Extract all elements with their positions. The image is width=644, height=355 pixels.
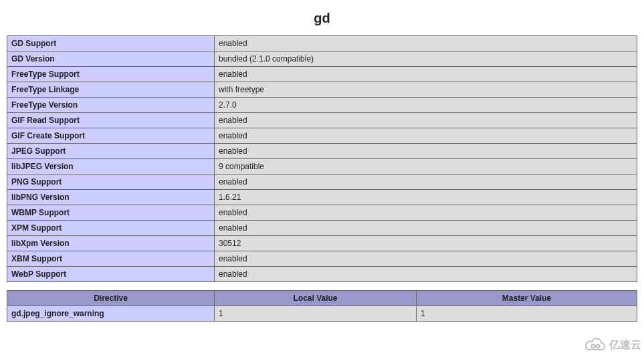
table-row: FreeType Linkagewith freetype — [7, 82, 637, 98]
info-label: XBM Support — [7, 251, 215, 267]
info-value: enabled — [215, 67, 637, 82]
table-row: libJPEG Version9 compatible — [7, 159, 637, 174]
table-row: JPEG Supportenabled — [7, 144, 637, 159]
info-label: GD Version — [7, 51, 215, 67]
info-label: FreeType Support — [7, 67, 215, 82]
table-row: PNG Supportenabled — [7, 174, 637, 190]
info-label: GD Support — [7, 36, 215, 51]
table-row: GIF Create Supportenabled — [7, 128, 637, 144]
info-label: GIF Create Support — [7, 128, 215, 144]
col-header-master: Master Value — [416, 291, 637, 306]
info-value: bundled (2.1.0 compatible) — [215, 51, 637, 67]
info-value: 1.6.21 — [215, 190, 637, 205]
info-label: WebP Support — [7, 267, 215, 282]
info-label: FreeType Linkage — [7, 82, 215, 98]
table-row: libXpm Version30512 — [7, 236, 637, 251]
section-title: gd — [7, 11, 637, 26]
info-label: JPEG Support — [7, 144, 215, 159]
table-header-row: Directive Local Value Master Value — [7, 291, 637, 306]
info-value: enabled — [215, 144, 637, 159]
info-value: enabled — [215, 221, 637, 236]
col-header-local: Local Value — [215, 291, 417, 306]
info-label: libXpm Version — [7, 236, 215, 251]
info-value: 9 compatible — [215, 159, 637, 174]
table-row: FreeType Version2.7.0 — [7, 98, 637, 113]
info-value: enabled — [215, 205, 637, 221]
info-label: GIF Read Support — [7, 113, 215, 128]
info-value: enabled — [215, 174, 637, 190]
table-row: gd.jpeg_ignore_warning 1 1 — [7, 306, 637, 322]
table-row: libPNG Version1.6.21 — [7, 190, 637, 205]
info-label: PNG Support — [7, 174, 215, 190]
info-label: libPNG Version — [7, 190, 215, 205]
col-header-directive: Directive — [7, 291, 215, 306]
info-label: XPM Support — [7, 221, 215, 236]
table-row: GD Supportenabled — [7, 36, 637, 51]
info-label: FreeType Version — [7, 98, 215, 113]
info-value: with freetype — [215, 82, 637, 98]
table-row: WBMP Supportenabled — [7, 205, 637, 221]
info-value: enabled — [215, 267, 637, 282]
info-value: enabled — [215, 113, 637, 128]
info-value: 2.7.0 — [215, 98, 637, 113]
directive-master: 1 — [416, 306, 637, 322]
gd-directives-table: Directive Local Value Master Value gd.jp… — [7, 290, 637, 322]
directive-name: gd.jpeg_ignore_warning — [7, 306, 215, 322]
info-value: enabled — [215, 251, 637, 267]
table-row: GIF Read Supportenabled — [7, 113, 637, 128]
info-value: enabled — [215, 128, 637, 144]
table-row: GD Versionbundled (2.1.0 compatible) — [7, 51, 637, 67]
info-label: WBMP Support — [7, 205, 215, 221]
table-row: WebP Supportenabled — [7, 267, 637, 282]
table-row: XBM Supportenabled — [7, 251, 637, 267]
info-value: 30512 — [215, 236, 637, 251]
directive-local: 1 — [215, 306, 417, 322]
gd-info-table: GD Supportenabled GD Versionbundled (2.1… — [7, 35, 637, 282]
info-label: libJPEG Version — [7, 159, 215, 174]
info-value: enabled — [215, 36, 637, 51]
table-row: XPM Supportenabled — [7, 221, 637, 236]
table-row: FreeType Supportenabled — [7, 67, 637, 82]
